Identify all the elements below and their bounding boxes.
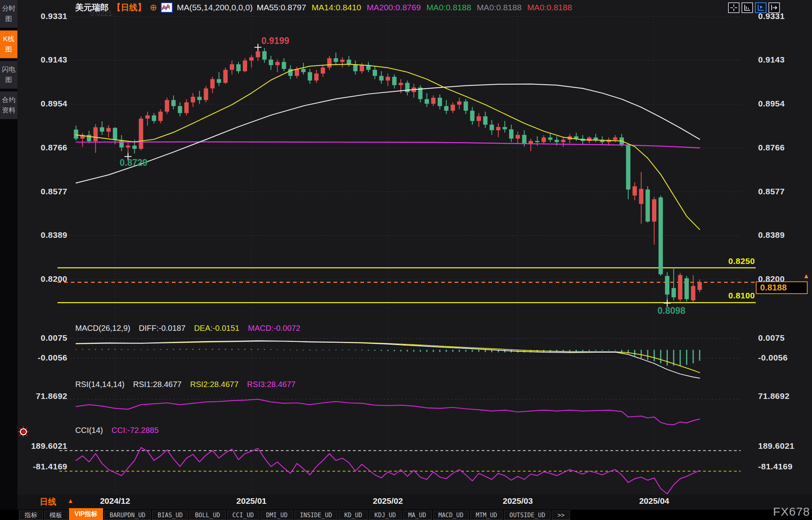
- date-tick-4: 2025/04: [627, 496, 682, 506]
- main-chart-canvas[interactable]: [0, 0, 812, 520]
- tab-MACD_UD[interactable]: MACD_UD: [433, 511, 469, 520]
- price-tick-right-4: 0.8577: [758, 187, 810, 196]
- cci-tick-right-0: 189.6021: [758, 441, 810, 451]
- tab-VIP[interactable]: VIP指标: [69, 508, 103, 520]
- macd-panel-header: MACD(26,12,9) DIFF:-0.0187 DEA:-0.0151 M…: [75, 324, 307, 333]
- indicator-chart-icon[interactable]: [161, 2, 173, 13]
- circle-plus-icon[interactable]: ⊕: [150, 2, 157, 13]
- indicator-tab-bar: 指标模板VIP指标BARUPDN_UDBIAS_UDBOLL_UDCCI_UDD…: [0, 510, 812, 520]
- price-tick-right-3: 0.8766: [758, 143, 810, 152]
- sidebar-item-0[interactable]: 分时图: [0, 0, 17, 28]
- rsi1-value: RSI1:28.4677: [133, 380, 181, 389]
- tab-[interactable]: 模板: [44, 511, 68, 520]
- cci-panel-header: CCI(14) CCI:-72.2885: [75, 426, 165, 435]
- price-up-arrow-icon: ▲: [803, 272, 810, 280]
- rsi-panel-header: RSI(14,14,14) RSI1:28.4677 RSI2:28.4677 …: [75, 380, 302, 389]
- cci-value: CCI:-72.2885: [112, 426, 159, 435]
- macd-title: MACD(26,12,9): [75, 324, 130, 332]
- pane-shift-icon[interactable]: [768, 2, 780, 13]
- tab-DMI_UD[interactable]: DMI_UD: [261, 511, 293, 520]
- annotation-low-dec: 0.8729: [120, 158, 147, 168]
- rsi2-value: RSI2:28.4677: [190, 380, 238, 389]
- rsi-title: RSI(14,14,14): [75, 380, 125, 389]
- symbol-title: 美元瑞郎: [75, 2, 109, 13]
- tab-MA_UD[interactable]: MA_UD: [403, 511, 432, 520]
- date-axis: 日线 ▲ 2024/122025/012025/022025/032025/04: [0, 495, 812, 510]
- tab-BIAS_UD[interactable]: BIAS_UD: [152, 511, 188, 520]
- ma-value-0: MA55:0.8797: [257, 3, 306, 12]
- macd-macd-value: MACD:-0.0072: [248, 324, 300, 332]
- ma-values: MA55:0.8797MA14:0.8410MA200:0.8769MA0:0.…: [257, 3, 578, 12]
- macd-diff-value: DIFF:-0.0187: [139, 324, 186, 332]
- date-tick-3: 2025/03: [490, 496, 545, 506]
- resistance-level-label: 0.8250: [696, 256, 755, 266]
- alert-burst-icon: [17, 426, 29, 439]
- chevron-up-icon[interactable]: ▲: [67, 497, 74, 505]
- tab-BARUPDN_UD[interactable]: BARUPDN_UD: [104, 511, 151, 520]
- annotation-high: 0.9199: [261, 36, 289, 46]
- cci-tick-right-1: -81.4169: [758, 462, 810, 471]
- date-tick-0: 2024/12: [87, 496, 143, 506]
- macd-tick-right-0: 0.0075: [758, 333, 810, 343]
- rsi3-value: RSI3:28.4677: [247, 380, 295, 389]
- ma-value-1: MA14:0.8410: [312, 3, 361, 12]
- left-sidebar: 分时图K线图闪电图合约资料: [0, 0, 17, 520]
- brand-watermark: FX678: [762, 505, 810, 518]
- move-crosshair-icon[interactable]: [728, 2, 740, 13]
- ma-formula: MA(55,14,200,0,0,0): [177, 3, 252, 12]
- axis-scale-icon[interactable]: [741, 2, 753, 13]
- date-tick-1: 2025/01: [224, 496, 279, 506]
- price-tick-right-5: 0.8389: [758, 230, 810, 240]
- trading-terminal: { "window": { "watermark": "FX678" }, "s…: [0, 0, 812, 520]
- tab-[interactable]: 指标: [19, 511, 43, 520]
- ma-value-2: MA200:0.8769: [367, 3, 421, 12]
- pointer-chart-icon[interactable]: [755, 2, 766, 13]
- tab-OUTSIDE_UD[interactable]: OUTSIDE_UD: [504, 511, 551, 520]
- support-level-label: 0.8100: [696, 291, 755, 300]
- tab-MTM_UD[interactable]: MTM_UD: [470, 511, 503, 520]
- sidebar-item-3[interactable]: 合约资料: [0, 91, 17, 119]
- tab-KD_UD[interactable]: KD_UD: [339, 511, 368, 520]
- sidebar-item-2[interactable]: 闪电图: [0, 61, 17, 89]
- period-dropdown[interactable]: 日线: [40, 496, 56, 507]
- tab-[interactable]: >>: [552, 511, 570, 520]
- date-tick-2: 2025/02: [360, 496, 416, 506]
- chart-header: 美元瑞郎 【日线】 ⊕ MA(55,14,200,0,0,0) MA55:0.8…: [75, 2, 578, 13]
- price-tick-right-1: 0.9143: [758, 55, 810, 65]
- tab-INSIDE_UD[interactable]: INSIDE_UD: [294, 511, 337, 520]
- price-tick-right-2: 0.8954: [758, 99, 810, 108]
- sidebar-item-1[interactable]: K线图: [0, 30, 17, 58]
- annotation-low-apr: 0.8098: [658, 306, 685, 316]
- last-price-box: 0.8188: [756, 281, 808, 294]
- cci-title: CCI(14): [75, 426, 103, 435]
- tab-KDJ_UD[interactable]: KDJ_UD: [369, 511, 401, 520]
- ma-value-4: MA0:0.8188: [477, 3, 522, 12]
- ma-value-3: MA0:0.8188: [426, 3, 471, 12]
- rsi-tick-right-0: 71.8692: [758, 391, 810, 401]
- chart-toolbar: [728, 2, 780, 13]
- period-tag: 【日线】: [112, 2, 146, 13]
- macd-dea-value: DEA:-0.0151: [194, 324, 240, 332]
- tab-BOLL_UD[interactable]: BOLL_UD: [189, 511, 225, 520]
- macd-tick-right-1: -0.0056: [758, 353, 810, 362]
- ma-value-5: MA0:0.8188: [527, 3, 572, 12]
- tab-CCI_UD[interactable]: CCI_UD: [227, 511, 259, 520]
